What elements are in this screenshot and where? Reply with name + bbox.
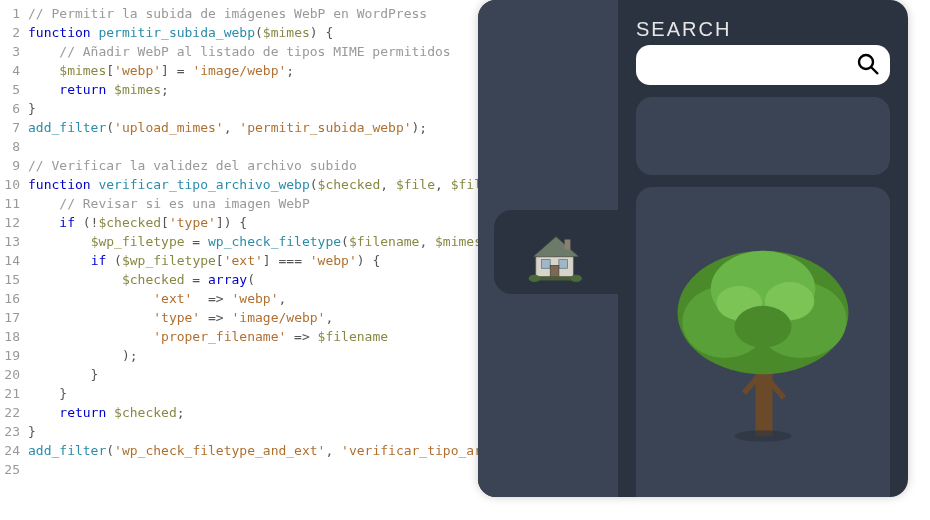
line-number: 4 xyxy=(0,61,20,80)
line-number: 3 xyxy=(0,42,20,61)
line-number: 9 xyxy=(0,156,20,175)
search-field[interactable] xyxy=(636,45,890,85)
tree-icon xyxy=(668,236,858,449)
line-number: 16 xyxy=(0,289,20,308)
panel-sidebar xyxy=(478,0,618,497)
line-number-gutter: 1234567891011121314151617181920212223242… xyxy=(0,4,28,520)
svg-rect-4 xyxy=(550,265,559,277)
line-number: 18 xyxy=(0,327,20,346)
svg-point-6 xyxy=(529,274,541,281)
svg-point-7 xyxy=(570,274,582,281)
svg-rect-3 xyxy=(559,259,568,268)
svg-line-10 xyxy=(871,67,878,74)
line-number: 24 xyxy=(0,441,20,460)
search-block: SEARCH xyxy=(636,18,890,85)
search-label: SEARCH xyxy=(636,18,890,41)
line-number: 1 xyxy=(0,4,20,23)
line-number: 6 xyxy=(0,99,20,118)
line-number: 19 xyxy=(0,346,20,365)
house-icon xyxy=(520,215,592,290)
line-number: 13 xyxy=(0,232,20,251)
line-number: 22 xyxy=(0,403,20,422)
svg-rect-8 xyxy=(565,239,571,249)
search-input[interactable] xyxy=(646,57,856,74)
svg-point-19 xyxy=(735,430,792,441)
line-number: 15 xyxy=(0,270,20,289)
line-number: 25 xyxy=(0,460,20,479)
line-number: 8 xyxy=(0,137,20,156)
line-number: 11 xyxy=(0,194,20,213)
line-number: 17 xyxy=(0,308,20,327)
svg-point-18 xyxy=(735,305,792,347)
line-number: 14 xyxy=(0,251,20,270)
line-number: 7 xyxy=(0,118,20,137)
line-number: 10 xyxy=(0,175,20,194)
panel-content: SEARCH xyxy=(618,0,908,497)
line-number: 23 xyxy=(0,422,20,441)
content-box-1[interactable] xyxy=(636,97,890,175)
overlay-panel: SEARCH xyxy=(478,0,908,497)
line-number: 20 xyxy=(0,365,20,384)
line-number: 5 xyxy=(0,80,20,99)
line-number: 2 xyxy=(0,23,20,42)
line-number: 21 xyxy=(0,384,20,403)
content-box-2[interactable] xyxy=(636,187,890,497)
search-icon[interactable] xyxy=(856,52,880,79)
line-number: 12 xyxy=(0,213,20,232)
sidebar-item-home[interactable] xyxy=(494,210,618,294)
svg-point-9 xyxy=(859,55,873,69)
svg-rect-2 xyxy=(542,259,551,268)
svg-marker-1 xyxy=(533,236,579,256)
